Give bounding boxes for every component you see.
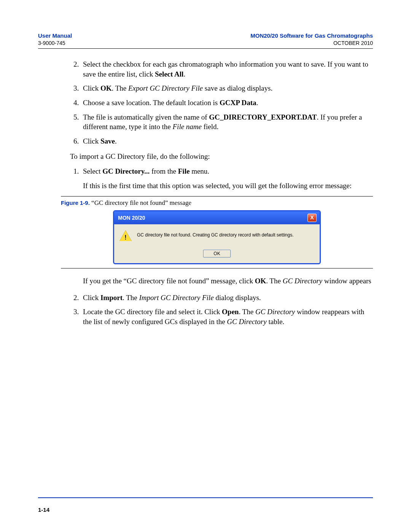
filename-field-label: File name bbox=[173, 123, 202, 131]
dialog-button-row: OK bbox=[119, 248, 314, 258]
default-location-label: GCXP Data bbox=[220, 99, 256, 107]
ok-label: OK bbox=[100, 84, 112, 92]
text: menu. bbox=[190, 167, 209, 175]
import-steps-list: Select GC Directory... from the File men… bbox=[61, 166, 373, 190]
header-title-right: MON20/20 Software for Gas Chromatographs bbox=[250, 32, 373, 40]
header-right: MON20/20 Software for Gas Chromatographs… bbox=[250, 32, 373, 47]
gc-directory-window-label: GC Directory bbox=[255, 308, 295, 316]
list-item: The file is automatically given the name… bbox=[81, 112, 373, 132]
header-sub-left: 3-9000-745 bbox=[38, 40, 72, 47]
text: Select the checkbox for each gas chromat… bbox=[83, 60, 368, 78]
manual-page: User Manual 3-9000-745 MON20/20 Software… bbox=[0, 0, 411, 532]
figure-caption-text: “GC directory file not found” message bbox=[90, 199, 191, 206]
text: . bbox=[183, 70, 185, 78]
figure-wrap: MON 20/20 X GC directory file not found.… bbox=[61, 210, 373, 264]
error-dialog: MON 20/20 X GC directory file not found.… bbox=[113, 210, 321, 264]
page-header: User Manual 3-9000-745 MON20/20 Software… bbox=[38, 32, 373, 47]
import-steps-list-cont: If you get the “GC directory file not fo… bbox=[61, 276, 373, 327]
select-all-label: Select All bbox=[155, 70, 183, 78]
list-item: Locate the GC directory file and select … bbox=[81, 307, 373, 326]
text: Click bbox=[83, 294, 100, 302]
text: save as dialog displays. bbox=[203, 84, 272, 92]
text: The file is automatically given the name… bbox=[83, 113, 209, 121]
dialog-titlebar: MON 20/20 X bbox=[114, 211, 320, 224]
error-intro-paragraph: If this is the first time that this opti… bbox=[83, 181, 373, 191]
text: Click bbox=[83, 84, 100, 92]
figure-label: Figure 1-9. bbox=[61, 200, 90, 206]
text: table. bbox=[267, 318, 284, 326]
figure-caption: Figure 1-9. “GC directory file not found… bbox=[61, 199, 373, 208]
dialog-content-row: GC directory file not found. Creating GC… bbox=[119, 230, 314, 241]
text: field. bbox=[202, 123, 218, 131]
text: dialog displays. bbox=[214, 294, 261, 302]
list-item: Click Save. bbox=[81, 136, 373, 146]
dialog-title-text: MON 20/20 bbox=[118, 214, 145, 222]
open-label: Open bbox=[222, 308, 239, 316]
header-title-left: User Manual bbox=[38, 32, 72, 40]
text: . The bbox=[266, 277, 282, 285]
list-item: Choose a save location. The default loca… bbox=[81, 98, 373, 108]
figure-rule-top bbox=[61, 196, 373, 197]
text: Locate the GC directory file and select … bbox=[83, 308, 222, 316]
file-menu-label: File bbox=[178, 167, 190, 175]
text: . The bbox=[239, 308, 255, 316]
text: Choose a save location. The default loca… bbox=[83, 99, 220, 107]
header-rule bbox=[38, 48, 373, 49]
import-dialog-name: Import GC Directory File bbox=[139, 294, 213, 302]
gc-directory-window-label: GC Directory bbox=[283, 277, 322, 285]
text: Click bbox=[83, 137, 100, 145]
post-figure-paragraph: If you get the “GC directory file not fo… bbox=[70, 276, 373, 286]
dialog-body: GC directory file not found. Creating GC… bbox=[114, 224, 320, 263]
text: . bbox=[256, 99, 258, 107]
header-left: User Manual 3-9000-745 bbox=[38, 32, 72, 47]
gc-directory-menu-label: GC Directory... bbox=[102, 167, 150, 175]
text: . bbox=[115, 137, 117, 145]
text: window appears bbox=[322, 277, 371, 285]
footer-rule bbox=[38, 497, 373, 498]
save-label: Save bbox=[100, 137, 115, 145]
text: from the bbox=[150, 167, 178, 175]
text: If you get the “GC directory file not fo… bbox=[83, 277, 255, 285]
text: . The bbox=[112, 84, 128, 92]
dialog-message: GC directory file not found. Creating GC… bbox=[137, 230, 294, 238]
gc-directory-table-label: GC Directory bbox=[227, 318, 266, 326]
header-sub-right: OCTOBER 2010 bbox=[250, 40, 373, 47]
list-item: Select the checkbox for each gas chromat… bbox=[81, 59, 373, 79]
list-item: Click Import. The Import GC Directory Fi… bbox=[81, 293, 373, 303]
export-dialog-name: Export GC Directory File bbox=[128, 84, 203, 92]
ok-button[interactable]: OK bbox=[203, 250, 230, 257]
page-number: 1-14 bbox=[38, 506, 49, 514]
import-intro-paragraph: To import a GC Directory file, do the fo… bbox=[70, 152, 373, 161]
figure-rule-bottom bbox=[61, 268, 373, 268]
close-icon[interactable]: X bbox=[307, 214, 317, 222]
list-item: Select GC Directory... from the File men… bbox=[81, 166, 373, 190]
list-item: Click OK. The Export GC Directory File s… bbox=[81, 83, 373, 93]
text: Select bbox=[83, 167, 102, 175]
text: . The bbox=[123, 294, 139, 302]
export-steps-list: Select the checkbox for each gas chromat… bbox=[61, 59, 373, 146]
export-filename-label: GC_DIRECTORY_EXPORT.DAT bbox=[209, 113, 317, 121]
warning-icon bbox=[119, 230, 132, 241]
import-label: Import bbox=[100, 294, 123, 302]
ok-label: OK bbox=[255, 277, 266, 285]
page-body: Select the checkbox for each gas chromat… bbox=[38, 59, 373, 327]
